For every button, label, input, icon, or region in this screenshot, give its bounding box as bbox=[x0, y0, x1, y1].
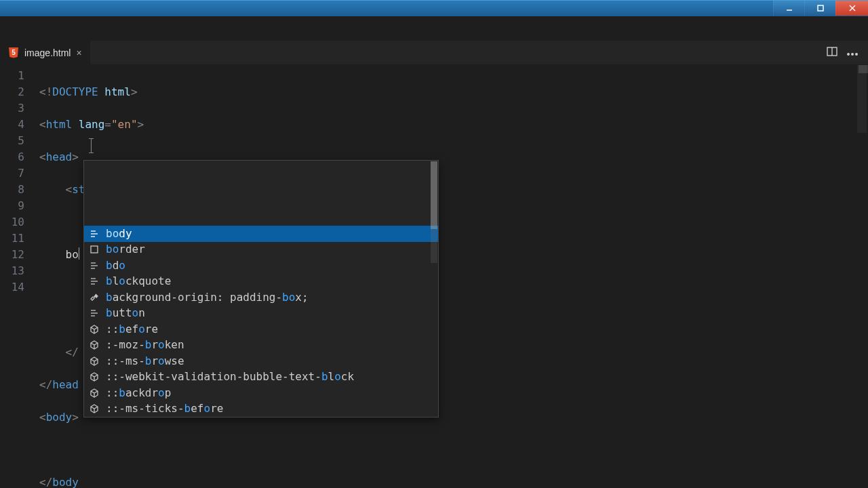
suggest-item[interactable]: bdo bbox=[84, 258, 438, 274]
window-titlebar bbox=[0, 0, 868, 16]
suggest-item-label: bdo bbox=[106, 258, 434, 274]
tab-image-html[interactable]: 5 image.html × bbox=[0, 41, 91, 64]
suggest-item-label: ::backdrop bbox=[106, 385, 434, 401]
activity-strip bbox=[0, 16, 868, 41]
editor-scrollbar[interactable] bbox=[856, 65, 868, 488]
minimap-track bbox=[857, 65, 867, 133]
svg-point-8 bbox=[856, 53, 858, 55]
tab-close-icon[interactable]: × bbox=[76, 47, 81, 58]
suggest-item[interactable]: border bbox=[84, 242, 438, 258]
autocomplete-popup[interactable]: bodyborderbdoblockquotebackground-origin… bbox=[83, 160, 439, 418]
line-number: 8 bbox=[0, 182, 24, 198]
suggest-item[interactable]: :-moz-broken bbox=[84, 338, 438, 354]
line-number: 14 bbox=[0, 279, 24, 296]
suggest-item[interactable]: button bbox=[84, 306, 438, 322]
suggest-item-label: :-moz-broken bbox=[106, 337, 434, 353]
line-number: 3 bbox=[0, 100, 24, 117]
suggest-item[interactable]: body bbox=[84, 226, 438, 242]
line-number: 6 bbox=[0, 149, 24, 165]
line-number: 12 bbox=[0, 247, 24, 263]
suggest-item-label: ::before bbox=[106, 321, 434, 338]
suggest-item-label: blockquote bbox=[106, 273, 434, 289]
line-number-gutter: 1234567891011121314 bbox=[0, 65, 39, 488]
square-icon bbox=[88, 243, 100, 256]
cube-icon bbox=[88, 387, 100, 399]
suggest-item-label: border bbox=[106, 241, 434, 258]
suggest-item[interactable]: ::-webkit-validation-bubble-text-block bbox=[84, 369, 438, 386]
suggest-item[interactable]: ::-ms-browse bbox=[84, 353, 438, 369]
svg-rect-1 bbox=[818, 5, 823, 11]
html5-file-icon: 5 bbox=[8, 47, 19, 58]
line-number: 13 bbox=[0, 263, 24, 279]
line-number: 1 bbox=[0, 68, 24, 84]
editor-actions bbox=[826, 41, 868, 64]
wrench-icon bbox=[88, 291, 100, 304]
text-caret bbox=[79, 247, 79, 260]
mouse-text-cursor-icon bbox=[91, 138, 92, 153]
cube-icon bbox=[88, 355, 100, 367]
typed-text: bo bbox=[66, 248, 79, 261]
line-number: 11 bbox=[0, 230, 24, 247]
cube-icon bbox=[88, 339, 100, 351]
maximize-button[interactable] bbox=[804, 1, 835, 16]
editor-tabbar: 5 image.html × bbox=[0, 41, 868, 65]
suggest-item[interactable]: ::backdrop bbox=[84, 385, 438, 401]
suggest-item-label: ::-ms-browse bbox=[106, 353, 434, 369]
snippet-icon bbox=[88, 228, 100, 240]
suggest-item-label: ::-ms-ticks-before bbox=[106, 401, 434, 417]
svg-point-6 bbox=[848, 53, 850, 55]
cube-icon bbox=[88, 323, 100, 336]
close-button[interactable] bbox=[835, 1, 868, 16]
line-number: 7 bbox=[0, 165, 24, 182]
suggest-item[interactable]: blockquote bbox=[84, 274, 438, 290]
editor[interactable]: 1234567891011121314 <!DOCTYPE html> <htm… bbox=[0, 65, 868, 488]
snippet-icon bbox=[88, 307, 100, 319]
more-actions-icon[interactable] bbox=[846, 47, 859, 59]
suggest-scrollbar-thumb[interactable] bbox=[431, 161, 437, 229]
suggest-item[interactable]: ::before bbox=[84, 321, 438, 338]
line-number: 10 bbox=[0, 214, 24, 230]
cube-icon bbox=[88, 403, 100, 415]
line-number: 2 bbox=[0, 84, 24, 100]
suggest-item-label: ::-webkit-validation-bubble-text-block bbox=[106, 369, 434, 385]
svg-point-7 bbox=[852, 53, 854, 55]
suggest-item[interactable]: background-origin: padding-box; bbox=[84, 289, 438, 306]
cube-icon bbox=[88, 371, 100, 383]
suggest-item-label: background-origin: padding-box; bbox=[106, 289, 434, 306]
snippet-icon bbox=[88, 275, 100, 287]
minimize-button[interactable] bbox=[773, 1, 804, 16]
line-number: 5 bbox=[0, 133, 24, 149]
tab-filename: image.html bbox=[24, 47, 71, 58]
line-number: 9 bbox=[0, 198, 24, 214]
snippet-icon bbox=[88, 260, 100, 272]
line-number: 4 bbox=[0, 117, 24, 133]
code-area[interactable]: <!DOCTYPE html> <html lang="en"> <head> … bbox=[39, 65, 856, 488]
suggest-item-label: button bbox=[106, 305, 434, 321]
svg-rect-12 bbox=[91, 246, 98, 253]
suggest-item[interactable]: ::-ms-ticks-before bbox=[84, 401, 438, 418]
split-editor-icon[interactable] bbox=[826, 45, 838, 60]
minimap-thumb[interactable] bbox=[859, 65, 868, 73]
suggest-item-label: body bbox=[106, 226, 434, 242]
